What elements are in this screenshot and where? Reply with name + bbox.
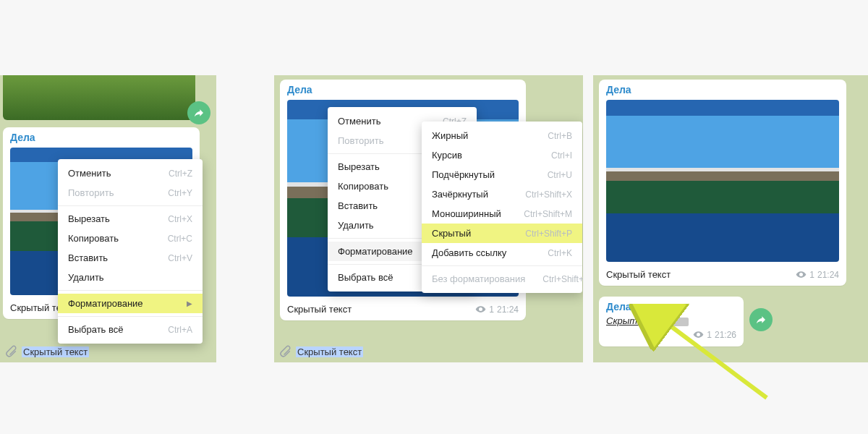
message-input-row: Скрытый текст	[4, 345, 89, 358]
annotation-arrow	[629, 304, 781, 405]
menu-cut[interactable]: ВырезатьCtrl+X	[58, 209, 203, 229]
selected-input-text[interactable]: Скрытый текст	[296, 346, 363, 357]
menu-italic[interactable]: КурсивCtrl+I	[422, 145, 582, 165]
menu-strike[interactable]: ЗачёркнутыйCtrl+Shift+X	[422, 184, 582, 204]
menu-formatting[interactable]: Форматирование▶	[58, 294, 203, 313]
chevron-right-icon: ▶	[187, 299, 192, 307]
attach-icon[interactable]	[4, 345, 17, 358]
views-indicator: 1 21:24	[796, 269, 839, 280]
menu-delete[interactable]: Удалить	[58, 268, 203, 287]
menu-spoiler[interactable]: СкрытыйCtrl+Shift+P	[422, 224, 582, 243]
selected-input-text[interactable]: Скрытый текст	[22, 346, 89, 357]
menu-select-all[interactable]: Выбрать всёCtrl+A	[58, 320, 203, 339]
screenshot-panel-2: Дела Скрытый текст 1 21:24 Скрытый текст…	[274, 75, 583, 362]
message-input-row: Скрытый текст	[278, 345, 363, 358]
message-card: Дела Скрытый текст 1 21:24	[599, 80, 846, 286]
menu-clear-formatting: Без форматированияCtrl+Shift+N	[422, 269, 582, 289]
attach-icon[interactable]	[278, 345, 292, 358]
menu-copy[interactable]: КопироватьCtrl+C	[58, 229, 203, 248]
views-indicator: 1 21:24	[475, 304, 519, 315]
sender-name[interactable]: Дела	[3, 127, 200, 145]
menu-paste[interactable]: ВставитьCtrl+V	[58, 248, 203, 268]
prev-message-image	[3, 75, 195, 120]
sender-name[interactable]: Дела	[280, 80, 526, 97]
menu-add-link[interactable]: Добавить ссылкуCtrl+K	[422, 243, 582, 263]
svg-line-0	[658, 317, 767, 398]
sender-name[interactable]: Дела	[599, 80, 846, 97]
share-button[interactable]	[187, 101, 210, 124]
menu-mono[interactable]: МоноширинныйCtrl+Shift+M	[422, 204, 582, 224]
context-menu: ОтменитьCtrl+Z ПовторитьCtrl+Y ВырезатьC…	[58, 159, 203, 344]
message-image[interactable]	[606, 100, 839, 262]
message-caption: Скрытый текст	[606, 269, 796, 280]
message-caption: Скрытый текст	[287, 304, 475, 315]
menu-bold[interactable]: ЖирныйCtrl+B	[422, 126, 582, 145]
formatting-submenu: ЖирныйCtrl+B КурсивCtrl+I ПодчёркнутыйCt…	[422, 122, 582, 293]
screenshot-panel-1: Дела Скрытый текст 1 21:24 Скрытый текст…	[0, 75, 216, 362]
menu-redo: ПовторитьCtrl+Y	[58, 183, 203, 203]
menu-undo[interactable]: ОтменитьCtrl+Z	[58, 163, 203, 183]
menu-underline[interactable]: ПодчёркнутыйCtrl+U	[422, 165, 582, 184]
